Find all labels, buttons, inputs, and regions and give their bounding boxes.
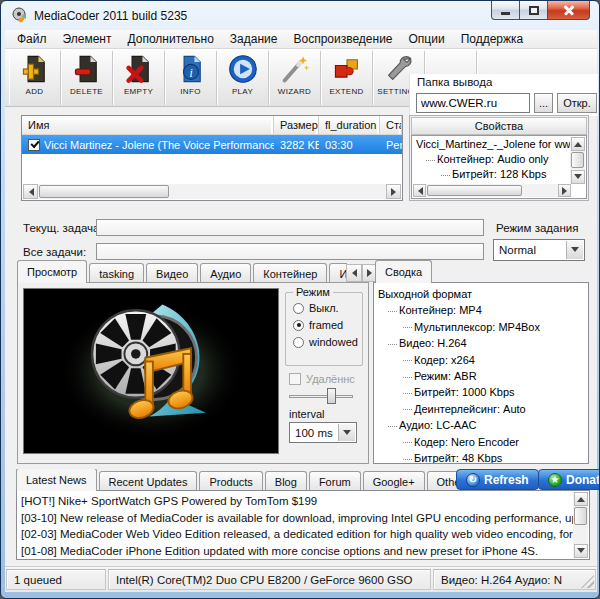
- tab-picture[interactable]: Изображ: [329, 263, 347, 283]
- menu-advanced[interactable]: Дополнительно: [119, 30, 221, 48]
- mediacoder-window: MediaCoder 2011 build 5235 Файл Элемент …: [0, 0, 600, 599]
- tree-item[interactable]: Кодер: x264: [376, 352, 588, 368]
- tree-item[interactable]: Видео: H.264: [376, 335, 588, 351]
- tab-preview[interactable]: Просмотр: [17, 260, 87, 283]
- extend-puzzle-icon: [332, 54, 362, 84]
- tab-google-plus[interactable]: Google+: [363, 471, 425, 491]
- file-checkbox[interactable]: [28, 139, 40, 151]
- column-size[interactable]: Размер: [274, 116, 319, 134]
- empty-button[interactable]: EMPTY: [113, 51, 165, 105]
- tab-tasking[interactable]: tasking: [89, 263, 144, 283]
- title-bar[interactable]: MediaCoder 2011 build 5235: [1, 1, 599, 30]
- resize-grip[interactable]: [581, 575, 594, 588]
- radio-icon: [293, 303, 304, 314]
- tree-item[interactable]: Контейнер: Audio only: [414, 152, 570, 167]
- news-item[interactable]: [03-10] New release of MediaCoder is ava…: [18, 510, 573, 527]
- close-icon: [563, 4, 575, 16]
- all-tasks-label: Все задачи:: [23, 246, 86, 258]
- file-list-hscrollbar[interactable]: [23, 184, 401, 199]
- file-status: Pending: [380, 139, 402, 151]
- close-button[interactable]: [547, 1, 590, 20]
- tab-latest-news[interactable]: Latest News: [16, 469, 97, 491]
- tab-summary[interactable]: Сводка: [375, 260, 432, 283]
- play-icon: [228, 54, 258, 84]
- window-title: MediaCoder 2011 build 5235: [34, 9, 187, 23]
- tree-item[interactable]: Деинтерлейсинг: Auto: [376, 401, 588, 417]
- tree-item[interactable]: Vicci_Martinez_-_Jolene for ww: [414, 137, 570, 152]
- properties-header-button[interactable]: Свойства: [411, 117, 587, 135]
- tab-products[interactable]: Products: [199, 471, 262, 491]
- column-name[interactable]: Имя: [22, 116, 274, 134]
- task-mode-combobox[interactable]: Normal: [493, 239, 585, 261]
- interval-label: interval: [289, 408, 324, 420]
- menu-options[interactable]: Опции: [401, 30, 453, 48]
- delete-file-icon: [72, 54, 102, 84]
- maximize-button[interactable]: [520, 1, 547, 20]
- tab-blog[interactable]: Blog: [265, 471, 307, 491]
- play-button[interactable]: PLAY: [217, 51, 269, 105]
- properties-vscrollbar[interactable]: [570, 137, 585, 184]
- tree-item[interactable]: Битрейт: 48 Kbps: [376, 450, 588, 464]
- properties-panel: Свойства Vicci_Martinez_-_Jolene for ww …: [409, 115, 589, 201]
- tree-item[interactable]: Мультиплексор: MP4Box: [376, 319, 588, 335]
- tab-recent-updates[interactable]: Recent Updates: [99, 471, 198, 491]
- browse-button[interactable]: ...: [534, 93, 553, 113]
- checkbox-icon: [289, 373, 301, 385]
- tree-item[interactable]: Кодер: Nero Encoder: [376, 434, 588, 450]
- summary-tabstrip: Сводка: [375, 260, 434, 283]
- menu-playback[interactable]: Воспроизведение: [285, 30, 400, 48]
- tree-item[interactable]: Битрейт: 1000 Kbps: [376, 384, 588, 400]
- tree-item[interactable]: Контейнер: MP4: [376, 302, 588, 318]
- maximize-icon: [529, 6, 539, 15]
- tree-item[interactable]: Аудио: LC-AAC: [376, 417, 588, 433]
- extend-button[interactable]: EXTEND: [321, 51, 373, 105]
- properties-hscrollbar[interactable]: [413, 184, 571, 197]
- tab-forum[interactable]: Forum: [309, 471, 361, 491]
- news-item[interactable]: [02-03] MediaCoder Web Video Edition rel…: [18, 526, 573, 543]
- menu-file[interactable]: Файл: [9, 30, 55, 48]
- tab-video[interactable]: Видео: [146, 263, 198, 283]
- add-file-icon: [20, 54, 50, 84]
- task-mode-value: Normal: [499, 244, 536, 256]
- file-name: Vicci Martinez - Jolene (The Voice Perfo…: [44, 139, 274, 151]
- tab-audio[interactable]: Аудио: [200, 263, 251, 283]
- news-item[interactable]: [01-08] MediaCoder iPhone Edition update…: [18, 543, 573, 559]
- tabs-scroll-left-button[interactable]: [346, 264, 362, 282]
- radio-off[interactable]: Выкл.: [293, 302, 339, 314]
- client-area: Файл Элемент Дополнительно Задание Воспр…: [5, 30, 597, 592]
- preview-tabstrip: Просмотр tasking Видео Аудио Контейнер И…: [17, 260, 347, 283]
- tree-item[interactable]: Битрейт: 128 Kbps: [414, 167, 570, 182]
- slider-thumb[interactable]: [327, 388, 336, 404]
- tab-container[interactable]: Контейнер: [253, 263, 327, 283]
- tree-item[interactable]: Режим: ABR: [376, 368, 588, 384]
- mode-group-title: Режим: [293, 286, 333, 298]
- info-icon: i: [176, 54, 206, 84]
- scroll-right-icon: [391, 188, 400, 196]
- wizard-button[interactable]: WIZARD: [269, 51, 321, 105]
- radio-framed[interactable]: framed: [293, 319, 343, 331]
- chevron-down-icon: [571, 247, 579, 256]
- tree-item[interactable]: Выходной формат: [376, 286, 588, 302]
- radio-windowed[interactable]: windowed: [293, 336, 358, 348]
- add-button[interactable]: ADD: [9, 51, 61, 105]
- file-list-header: Имя Размер fl_duration Статус: [22, 116, 402, 135]
- column-status[interactable]: Статус: [380, 116, 402, 134]
- minimize-button[interactable]: [491, 1, 520, 20]
- menu-support[interactable]: Поддержка: [453, 30, 532, 48]
- menu-task[interactable]: Задание: [222, 30, 286, 48]
- refresh-button[interactable]: ↻ Refresh: [456, 469, 539, 490]
- delete-button[interactable]: DELETE: [61, 51, 113, 105]
- news-item[interactable]: [HOT!] Nike+ SportWatch GPS Powered by T…: [18, 493, 573, 510]
- open-folder-button[interactable]: Откр.: [557, 93, 597, 113]
- interval-combobox[interactable]: 100 ms: [289, 422, 357, 443]
- task-mode-label: Режим задания: [496, 222, 578, 234]
- file-row-selected[interactable]: Vicci Martinez - Jolene (The Voice Perfo…: [22, 135, 402, 154]
- remote-checkbox[interactable]: Удалённс: [289, 373, 355, 385]
- info-button[interactable]: i INFO: [165, 51, 217, 105]
- donate-button[interactable]: ★ Donate: [538, 469, 600, 490]
- column-duration[interactable]: fl_duration: [319, 116, 380, 134]
- interval-slider[interactable]: [289, 388, 353, 404]
- news-vscrollbar[interactable]: [573, 492, 588, 558]
- output-folder-input[interactable]: [416, 93, 530, 113]
- menu-item[interactable]: Элемент: [55, 30, 120, 48]
